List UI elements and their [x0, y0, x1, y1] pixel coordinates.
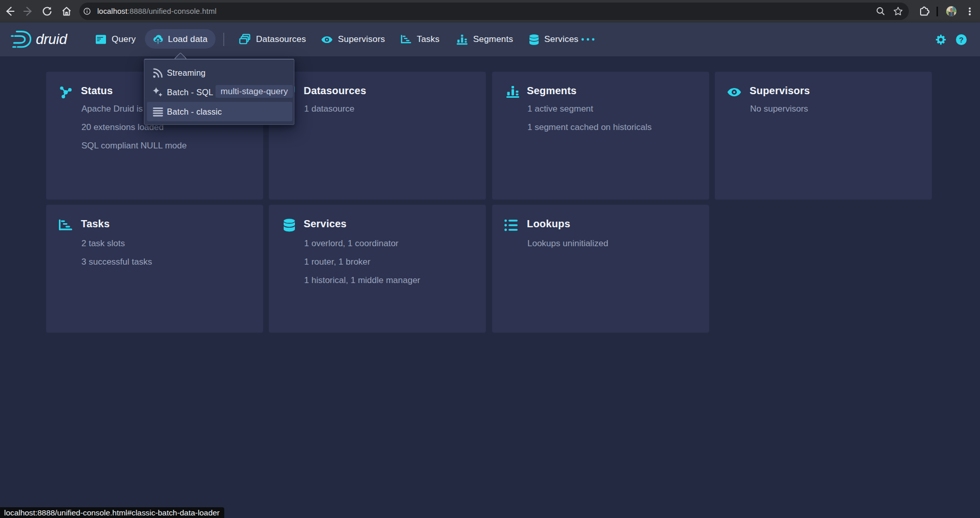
svg-text:?: ? — [959, 36, 964, 44]
